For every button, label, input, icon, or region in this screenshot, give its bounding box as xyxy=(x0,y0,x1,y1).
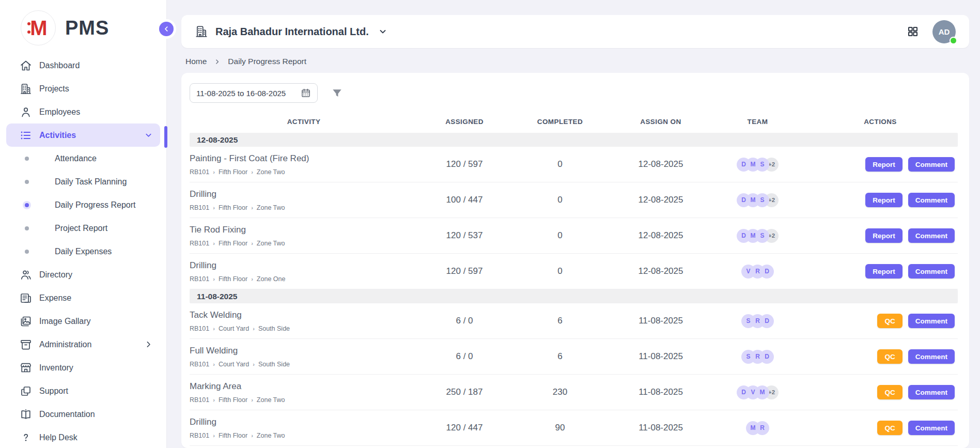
table-row: DrillingRB101›Fifth Floor›Zone One120 / … xyxy=(190,254,958,289)
team-member-avatar: D xyxy=(737,385,751,399)
qc-button[interactable]: QC xyxy=(877,314,902,328)
comment-button[interactable]: Comment xyxy=(908,264,955,279)
comment-button[interactable]: Comment xyxy=(908,157,955,172)
sidebar-subitem-label: Attendance xyxy=(55,154,97,163)
qc-button[interactable]: QC xyxy=(877,421,902,435)
user-avatar[interactable]: AD xyxy=(932,20,956,43)
top-bar: Raja Bahadur International Ltd. AD xyxy=(181,15,969,48)
comment-button[interactable]: Comment xyxy=(908,314,955,328)
assigned-value: 120 / 597 xyxy=(418,159,511,169)
sidebar-item-administration[interactable]: Administration xyxy=(6,333,160,356)
chevron-right-icon: › xyxy=(251,276,253,282)
qc-button[interactable]: QC xyxy=(877,385,902,399)
sidebar-item-support[interactable]: Support xyxy=(6,379,160,403)
assigned-value: 120 / 447 xyxy=(418,423,511,433)
team-member-avatar: D xyxy=(737,158,751,172)
sidebar-subitem-daily-expenses[interactable]: Daily Expenses xyxy=(6,240,160,263)
activity-cell: Painting - First Coat (Fire Red)RB101›Fi… xyxy=(190,153,418,176)
filter-icon[interactable] xyxy=(331,87,343,99)
sidebar-item-dashboard[interactable]: Dashboard xyxy=(6,54,160,77)
report-button[interactable]: Report xyxy=(865,264,903,279)
comment-button[interactable]: Comment xyxy=(908,228,955,243)
column-header-assign-on: ASSIGN ON xyxy=(609,118,712,126)
group-date-label: 12-08-2025 xyxy=(197,135,238,145)
apps-grid-icon[interactable] xyxy=(907,25,919,38)
activity-name: Drilling xyxy=(190,260,413,271)
team-member-avatar: S xyxy=(741,314,755,328)
activity-name: Tack Welding xyxy=(190,310,413,320)
sidebar-item-directory[interactable]: Directory xyxy=(6,263,160,286)
sidebar-collapse-button[interactable] xyxy=(159,22,174,36)
table-row: Tie Rod FixingRB101›Fifth Floor›Zone Two… xyxy=(190,218,958,254)
chevron-right-icon: › xyxy=(213,169,215,175)
people-icon xyxy=(20,269,32,281)
sidebar-item-label: Projects xyxy=(39,84,69,94)
location-part: Fifth Floor xyxy=(219,396,247,404)
sidebar-item-activities[interactable]: Activities xyxy=(6,123,160,147)
sidebar-item-help-desk[interactable]: Help Desk xyxy=(6,426,160,448)
location-part: Fifth Floor xyxy=(219,240,247,247)
content-card: ACTIVITYASSIGNEDCOMPLETEDASSIGN ONTEAMAC… xyxy=(181,73,969,448)
assigned-value: 6 / 0 xyxy=(418,351,511,362)
company-name: Raja Bahadur International Ltd. xyxy=(215,26,369,38)
chevron-left-icon xyxy=(163,25,170,33)
comment-button[interactable]: Comment xyxy=(908,421,955,435)
sidebar-item-label: Dashboard xyxy=(39,61,80,70)
report-button[interactable]: Report xyxy=(865,157,903,172)
assign-on-date: 11-08-2025 xyxy=(609,423,712,433)
sidebar-item-image-gallary[interactable]: Image Gallary xyxy=(6,310,160,333)
sidebar-item-label: Image Gallary xyxy=(39,317,91,326)
table-body: 12-08-2025Painting - First Coat (Fire Re… xyxy=(190,133,958,446)
team-member-avatar: M xyxy=(746,421,760,435)
sidebar-item-projects[interactable]: Projects xyxy=(6,77,160,100)
bullet-dot-icon xyxy=(25,250,29,254)
company-selector[interactable]: Raja Bahadur International Ltd. xyxy=(195,25,387,38)
sidebar-subitem-project-report[interactable]: Project Report xyxy=(6,217,160,240)
activity-cell: DrillingRB101›Fifth Floor›Zone One xyxy=(190,260,418,283)
activity-cell: Tie Rod FixingRB101›Fifth Floor›Zone Two xyxy=(190,225,418,247)
sidebar-item-expense[interactable]: Expense xyxy=(6,286,160,310)
activity-cell: Tack WeldingRB101›Court Yard›South Side xyxy=(190,310,418,332)
logo: M PMS xyxy=(0,7,166,52)
activity-location: RB101›Fifth Floor›Zone Two xyxy=(190,240,413,247)
location-part: RB101 xyxy=(190,240,209,247)
table-row: Tack WeldingRB101›Court Yard›South Side6… xyxy=(190,303,958,339)
qc-button[interactable]: QC xyxy=(877,349,902,364)
activity-location: RB101›Fifth Floor›Zone One xyxy=(190,275,413,283)
sidebar-subitem-label: Daily Progress Report xyxy=(55,200,136,210)
assign-on-date: 11-08-2025 xyxy=(609,387,712,397)
calendar-icon[interactable] xyxy=(301,88,311,98)
book-icon xyxy=(20,408,32,421)
report-button[interactable]: Report xyxy=(865,228,903,243)
actions-cell: QCComment xyxy=(803,385,958,399)
location-part: RB101 xyxy=(190,275,209,283)
location-part: Zone Two xyxy=(257,396,285,404)
comment-button[interactable]: Comment xyxy=(908,349,955,364)
sidebar-subitem-daily-task-planning[interactable]: Daily Task Planning xyxy=(6,170,160,193)
location-part: Zone Two xyxy=(257,432,285,439)
date-group-header: 12-08-2025 xyxy=(190,133,958,147)
chevron-right-icon: › xyxy=(213,240,215,246)
top-bar-right: AD xyxy=(907,20,956,43)
date-range-input[interactable] xyxy=(196,89,295,98)
column-header-activity: ACTIVITY xyxy=(190,118,418,126)
completed-value: 230 xyxy=(511,387,609,397)
sidebar-subitem-attendance[interactable]: Attendance xyxy=(6,147,160,170)
sidebar-item-inventory[interactable]: Inventory xyxy=(6,356,160,379)
sidebar-item-documentation[interactable]: Documentation xyxy=(6,403,160,426)
bullet-dot-icon xyxy=(25,157,29,161)
building-icon xyxy=(195,25,208,38)
completed-value: 0 xyxy=(511,195,609,205)
assign-on-date: 12-08-2025 xyxy=(609,159,712,169)
breadcrumb-home[interactable]: Home xyxy=(185,57,207,66)
activity-location: RB101›Fifth Floor›Zone Two xyxy=(190,432,413,439)
report-button[interactable]: Report xyxy=(865,193,903,207)
comment-button[interactable]: Comment xyxy=(908,385,955,399)
team-avatars: SRD xyxy=(712,314,803,328)
date-range-picker[interactable] xyxy=(190,83,318,103)
comment-button[interactable]: Comment xyxy=(908,193,955,207)
sidebar-item-employees[interactable]: Employees xyxy=(6,100,160,123)
chevron-right-icon: › xyxy=(253,361,255,367)
table-row: Full WeldingRB101›Court Yard›South Side6… xyxy=(190,339,958,375)
sidebar-subitem-daily-progress-report[interactable]: Daily Progress Report xyxy=(6,193,160,217)
